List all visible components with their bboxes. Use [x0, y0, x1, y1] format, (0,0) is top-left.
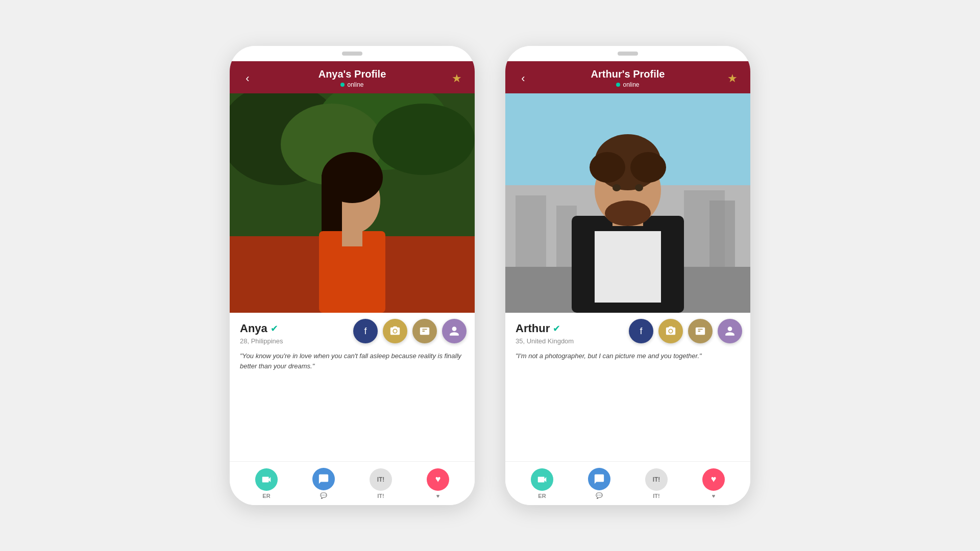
online-dot-arthur — [616, 83, 620, 87]
profile-photo-arthur — [505, 93, 750, 313]
profile-header-center-anya: Anya's Profile online — [318, 68, 386, 88]
svg-rect-19 — [595, 231, 661, 303]
like-action-label-arthur: ♥ — [712, 493, 716, 499]
verified-icon-arthur: ✔ — [553, 323, 560, 334]
video-icon-anya — [255, 468, 278, 491]
bottom-actions-arthur: ER 💬 IT! IT! ♥ ♥ — [505, 461, 750, 505]
video-icon-arthur — [531, 468, 553, 491]
profile-header-arthur: ‹ Arthur's Profile online ★ — [505, 61, 750, 93]
profile-title-arthur: Arthur's Profile — [591, 68, 665, 80]
it-action-label-anya: IT! — [377, 493, 384, 499]
facebook-icon-anya[interactable]: f — [353, 319, 378, 343]
video-action-arthur[interactable]: ER — [531, 468, 553, 499]
it-icon-arthur: IT! — [645, 468, 668, 491]
it-action-anya[interactable]: IT! IT! — [370, 468, 392, 499]
phone-speaker-arthur — [618, 52, 638, 56]
profile-header-center-arthur: Arthur's Profile online — [591, 68, 665, 88]
social-icons-arthur: f — [629, 319, 742, 343]
profile-name-row-anya: Anya ✔ f — [240, 322, 464, 335]
online-badge-arthur: online — [616, 81, 639, 88]
social-icons-anya: f — [353, 319, 467, 343]
it-action-arthur[interactable]: IT! IT! — [645, 468, 668, 499]
phone-top-bar-arthur — [505, 46, 750, 61]
profile-photo-anya — [230, 93, 475, 313]
video-action-label-anya: ER — [262, 493, 270, 499]
phones-container: ‹ Anya's Profile online ★ — [230, 46, 750, 505]
like-action-label-anya: ♥ — [436, 493, 440, 499]
online-dot-anya — [340, 83, 345, 87]
phone-arthur: ‹ Arthur's Profile online ★ — [505, 46, 750, 505]
svg-rect-10 — [342, 231, 362, 246]
profile-quote-arthur: "I'm not a photographer, but I can pictu… — [516, 351, 740, 361]
back-button-anya[interactable]: ‹ — [240, 72, 255, 85]
profile-icon-anya[interactable] — [442, 319, 467, 343]
arthur-photo-bg — [505, 93, 750, 313]
svg-point-24 — [630, 152, 666, 183]
facebook-icon-arthur[interactable]: f — [629, 319, 653, 343]
profile-name-anya: Anya — [240, 322, 267, 335]
phone-speaker-anya — [342, 52, 362, 56]
like-action-arthur[interactable]: ♥ ♥ — [702, 468, 725, 499]
svg-point-4 — [373, 104, 475, 175]
profile-name-arthur: Arthur — [516, 322, 550, 335]
phone-top-bar-anya — [230, 46, 475, 61]
svg-point-25 — [605, 201, 651, 226]
camera-icon-arthur[interactable] — [658, 319, 683, 343]
video-action-anya[interactable]: ER — [255, 468, 278, 499]
card-icon-arthur[interactable] — [688, 319, 713, 343]
back-button-arthur[interactable]: ‹ — [516, 72, 531, 85]
chat-icon-anya — [312, 468, 335, 490]
profile-icon-arthur[interactable] — [718, 319, 742, 343]
anya-photo-svg — [230, 93, 475, 313]
svg-point-26 — [612, 184, 621, 191]
svg-point-27 — [635, 184, 643, 191]
arthur-photo-svg — [505, 93, 750, 313]
it-action-label-arthur: IT! — [653, 493, 659, 499]
profile-name-row-arthur: Arthur ✔ f — [516, 322, 740, 335]
star-button-anya[interactable]: ★ — [449, 72, 464, 85]
like-action-anya[interactable]: ♥ ♥ — [427, 468, 449, 499]
profile-quote-anya: "You know you're in love when you can't … — [240, 351, 464, 371]
profile-title-anya: Anya's Profile — [318, 68, 386, 80]
phone-content-anya: ‹ Anya's Profile online ★ — [230, 61, 475, 505]
like-icon-arthur: ♥ — [702, 468, 725, 491]
chat-action-label-arthur: 💬 — [596, 492, 603, 499]
it-icon-anya: IT! — [370, 468, 392, 491]
card-icon-anya[interactable] — [412, 319, 437, 343]
verified-icon-anya: ✔ — [271, 323, 278, 334]
profile-info-anya: Anya ✔ f 28, Phi — [230, 313, 475, 376]
profile-header-anya: ‹ Anya's Profile online ★ — [230, 61, 475, 93]
svg-point-23 — [590, 152, 625, 183]
like-icon-anya: ♥ — [427, 468, 449, 491]
camera-icon-anya[interactable] — [383, 319, 407, 343]
online-text-anya: online — [347, 81, 363, 88]
chat-icon-arthur — [588, 468, 610, 490]
chat-action-arthur[interactable]: 💬 — [588, 468, 610, 499]
phone-content-arthur: ‹ Arthur's Profile online ★ — [505, 61, 750, 505]
chat-action-anya[interactable]: 💬 — [312, 468, 335, 499]
anya-photo-bg — [230, 93, 475, 313]
bottom-actions-anya: ER 💬 IT! IT! ♥ ♥ — [230, 461, 475, 505]
video-action-label-arthur: ER — [538, 493, 546, 499]
online-text-arthur: online — [623, 81, 639, 88]
profile-info-arthur: Arthur ✔ f 35, U — [505, 313, 750, 366]
phone-anya: ‹ Anya's Profile online ★ — [230, 46, 475, 505]
star-button-arthur[interactable]: ★ — [725, 72, 740, 85]
chat-action-label-anya: 💬 — [320, 492, 327, 499]
online-badge-anya: online — [340, 81, 363, 88]
